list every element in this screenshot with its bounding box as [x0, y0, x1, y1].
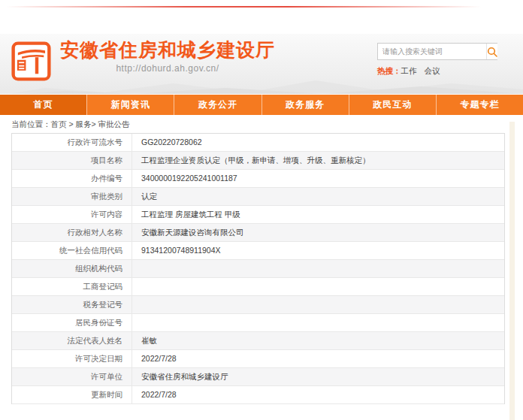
row-label: 更新时间 — [12, 386, 132, 403]
site-url: http://dohurd.ah.gov.cn/ — [60, 63, 275, 74]
nav-item-interaction[interactable]: 政民互动 — [349, 95, 436, 115]
row-value: 安徽新天源建设咨询有限公司 — [132, 224, 504, 241]
table-row: 税务登记号 — [12, 296, 504, 314]
table-row: 审批类别 认定 — [12, 188, 504, 206]
hot-search-link-meeting[interactable]: 会议 — [425, 66, 440, 75]
row-value: 工程监理企业资质认定（甲级，新申请、增项、升级、重新核定） — [132, 152, 504, 169]
hot-search-label: 热搜： — [377, 66, 401, 75]
page: 安徽省住房和城乡建设厅 http://dohurd.ah.gov.cn/ 热搜：… — [0, 0, 523, 420]
row-value: 3400000192205241001187 — [132, 170, 504, 187]
table-row: 法定代表人姓名 崔敏 — [12, 332, 504, 350]
table-row: 行政相对人名称 安徽新天源建设咨询有限公司 — [12, 224, 504, 242]
row-value: 2022/7/28 — [132, 386, 504, 403]
row-label: 居民身份证号 — [12, 314, 132, 331]
breadcrumb: 当前位置：首页 > 服务> 审批公告 — [11, 119, 130, 130]
brand-block: 安徽省住房和城乡建设厅 http://dohurd.ah.gov.cn/ — [60, 38, 275, 74]
nav-item-special[interactable]: 专题专栏 — [436, 95, 523, 115]
breadcrumb-link-home[interactable]: 首页 — [51, 119, 67, 128]
hot-search-link-work[interactable]: 工作 — [401, 66, 417, 75]
row-value: 工程监理 房屋建筑工程 甲级 — [132, 206, 504, 223]
row-label: 许可内容 — [12, 206, 132, 223]
search-box — [377, 43, 497, 60]
row-label: 统一社会信用代码 — [12, 242, 132, 259]
row-value: 安徽省住房和城乡建设厅 — [132, 368, 504, 385]
row-label: 行政许可流水号 — [12, 134, 132, 151]
nav-item-news[interactable]: 新闻资讯 — [86, 95, 174, 115]
row-value: 认定 — [132, 188, 504, 205]
row-value — [132, 278, 504, 295]
search-button[interactable] — [486, 44, 497, 59]
main-nav: 首页 新闻资讯 政务公开 政务服务 政民互动 专题专栏 — [0, 95, 523, 115]
table-row: 许可单位 安徽省住房和城乡建设厅 — [12, 368, 504, 386]
row-value: 崔敏 — [132, 332, 504, 349]
breadcrumb-separator: > — [91, 119, 98, 128]
row-value — [132, 314, 504, 331]
table-row: 行政许可流水号 GG20220728062 — [12, 134, 504, 152]
table-row: 居民身份证号 — [12, 314, 504, 332]
row-label: 审批类别 — [12, 188, 132, 205]
row-label: 税务登记号 — [12, 296, 132, 313]
table-row: 许可决定日期 2022/7/28 — [12, 350, 504, 368]
row-value: GG20220728062 — [132, 134, 504, 151]
approval-info-table: 行政许可流水号 GG20220728062 项目名称 工程监理企业资质认定（甲级… — [11, 133, 505, 404]
nav-item-gov-open[interactable]: 政务公开 — [174, 95, 261, 115]
table-row: 许可内容 工程监理 房屋建筑工程 甲级 — [12, 206, 504, 224]
hot-search-bar: 热搜：工作会议 — [377, 66, 497, 77]
row-value — [132, 296, 504, 313]
row-label: 办件编号 — [12, 170, 132, 187]
site-header: 安徽省住房和城乡建设厅 http://dohurd.ah.gov.cn/ 热搜：… — [0, 34, 523, 94]
breadcrumb-separator: > — [67, 119, 76, 128]
row-label: 行政相对人名称 — [12, 224, 132, 241]
row-label: 许可决定日期 — [12, 350, 132, 367]
table-row: 更新时间 2022/7/28 — [12, 386, 504, 404]
breadcrumb-label: 当前位置： — [11, 119, 51, 128]
site-logo[interactable] — [11, 41, 51, 81]
table-row: 组织机构代码 — [12, 260, 504, 278]
page-edge-decoration — [509, 122, 515, 420]
table-row: 工商登记码 — [12, 278, 504, 296]
row-value: 91341200748911904X — [132, 242, 504, 259]
row-label: 组织机构代码 — [12, 260, 132, 277]
search-icon — [487, 47, 497, 57]
row-label: 许可单位 — [12, 368, 132, 385]
row-label: 工商登记码 — [12, 278, 132, 295]
row-value — [132, 260, 504, 277]
top-divider-line — [6, 6, 517, 8]
table-row: 办件编号 3400000192205241001187 — [12, 170, 504, 188]
nav-item-gov-service[interactable]: 政务服务 — [262, 95, 349, 115]
search-input[interactable] — [378, 44, 486, 59]
nav-item-home[interactable]: 首页 — [0, 95, 86, 115]
table-row: 项目名称 工程监理企业资质认定（甲级，新申请、增项、升级、重新核定） — [12, 152, 504, 170]
row-label: 项目名称 — [12, 152, 132, 169]
breadcrumb-link-service[interactable]: 服务 — [75, 119, 91, 128]
table-row: 统一社会信用代码 91341200748911904X — [12, 242, 504, 260]
breadcrumb-current: 审批公告 — [98, 119, 130, 128]
search-area: 热搜：工作会议 — [377, 43, 497, 77]
row-value: 2022/7/28 — [132, 350, 504, 367]
row-label: 法定代表人姓名 — [12, 332, 132, 349]
site-title: 安徽省住房和城乡建设厅 — [60, 38, 275, 61]
